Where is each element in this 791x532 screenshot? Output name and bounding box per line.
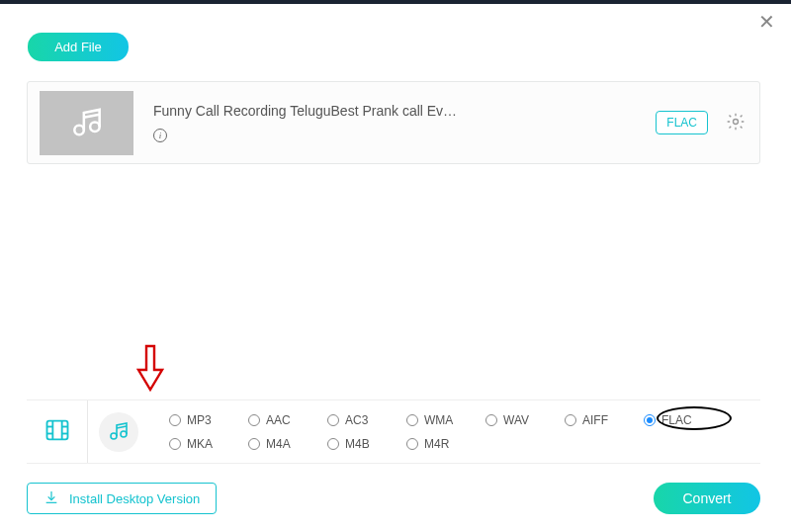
radio-icon xyxy=(248,414,260,426)
format-option-aiff[interactable]: AIFF xyxy=(565,413,644,427)
format-option-m4b[interactable]: M4B xyxy=(327,437,406,451)
radio-icon xyxy=(406,438,418,450)
music-note-icon xyxy=(68,102,106,143)
format-option-wav[interactable]: WAV xyxy=(485,413,565,427)
tab-video[interactable] xyxy=(27,400,88,463)
film-icon xyxy=(44,416,71,448)
arrow-annotation xyxy=(136,344,164,396)
radio-icon xyxy=(248,438,260,450)
gear-icon[interactable] xyxy=(724,110,747,136)
install-desktop-button[interactable]: Install Desktop Version xyxy=(27,483,217,514)
format-option-m4a[interactable]: M4A xyxy=(248,437,327,451)
radio-icon xyxy=(327,414,339,426)
file-title: Funny Call Recording TeluguBest Prank ca… xyxy=(153,103,656,119)
format-label: MP3 xyxy=(187,413,212,427)
format-option-wma[interactable]: WMA xyxy=(406,413,485,427)
formats-grid: MP3AACAC3WMAWAVAIFFFLAC MKAM4AM4BM4R xyxy=(149,400,760,463)
radio-icon xyxy=(169,414,181,426)
radio-icon xyxy=(169,438,181,450)
format-option-flac[interactable]: FLAC xyxy=(644,413,723,427)
format-option-ac3[interactable]: AC3 xyxy=(327,413,406,427)
file-actions: FLAC xyxy=(656,110,747,136)
format-label: M4B xyxy=(345,437,370,451)
output-format-badge[interactable]: FLAC xyxy=(656,111,708,134)
format-row: MKAM4AM4BM4R xyxy=(169,437,760,451)
install-desktop-label: Install Desktop Version xyxy=(69,491,200,506)
radio-icon xyxy=(485,414,497,426)
file-info: Funny Call Recording TeluguBest Prank ca… xyxy=(133,103,656,142)
svg-point-1 xyxy=(90,123,100,132)
format-label: WAV xyxy=(503,413,529,427)
format-label: FLAC xyxy=(661,413,692,427)
format-label: M4R xyxy=(424,437,449,451)
convert-button[interactable]: Convert xyxy=(654,483,760,514)
close-icon[interactable]: ✕ xyxy=(758,12,775,32)
file-row: Funny Call Recording TeluguBest Prank ca… xyxy=(27,81,760,164)
format-label: AAC xyxy=(266,413,291,427)
format-label: AIFF xyxy=(582,413,608,427)
tab-audio[interactable] xyxy=(88,400,149,463)
radio-icon xyxy=(644,414,656,426)
format-row: MP3AACAC3WMAWAVAIFFFLAC xyxy=(169,413,760,427)
svg-point-11 xyxy=(121,431,127,437)
format-label: MKA xyxy=(187,437,213,451)
info-icon[interactable]: i xyxy=(153,129,167,142)
format-option-mp3[interactable]: MP3 xyxy=(169,413,248,427)
format-panel: MP3AACAC3WMAWAVAIFFFLAC MKAM4AM4BM4R xyxy=(27,399,760,464)
format-option-mka[interactable]: MKA xyxy=(169,437,248,451)
svg-point-2 xyxy=(734,119,739,124)
format-label: WMA xyxy=(424,413,453,427)
add-file-button[interactable]: Add File xyxy=(28,33,129,61)
music-note-icon xyxy=(107,418,131,446)
format-option-aac[interactable]: AAC xyxy=(248,413,327,427)
format-label: M4A xyxy=(266,437,291,451)
window-top-border xyxy=(0,0,791,4)
footer: Install Desktop Version Convert xyxy=(27,483,760,514)
radio-icon xyxy=(565,414,576,426)
format-label: AC3 xyxy=(345,413,368,427)
radio-icon xyxy=(327,438,339,450)
format-option-m4r[interactable]: M4R xyxy=(406,437,485,451)
svg-rect-3 xyxy=(46,420,67,439)
download-icon xyxy=(44,489,59,508)
file-thumbnail xyxy=(40,91,133,155)
svg-point-10 xyxy=(111,433,117,439)
radio-icon xyxy=(406,414,418,426)
svg-point-0 xyxy=(74,126,84,135)
